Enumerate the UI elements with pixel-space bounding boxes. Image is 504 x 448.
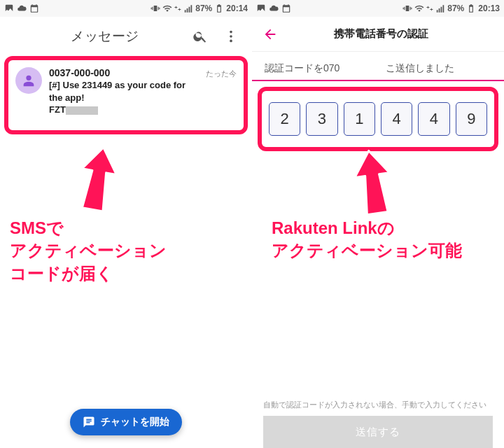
code-digit-2[interactable]: 3 [306,102,337,136]
rl-header: 携帯電話番号の認証 [252,17,504,52]
more-icon[interactable] [218,24,244,49]
svg-point-2 [230,40,232,43]
redacted-text [66,106,98,115]
verification-message: 認証コードを070 こ送信しました [252,57,504,81]
start-chat-button[interactable]: チャットを開始 [70,409,182,435]
vibrate-icon [402,4,412,13]
search-icon[interactable] [188,24,213,49]
code-digit-1[interactable]: 2 [269,102,300,136]
app-title: メッセージ [28,27,182,46]
phone-redacted [342,63,383,71]
cloud-icon [269,4,279,13]
sms-app-screen: ⁺₊ 87% 20:14 メッセージ 0037-000-000 たった今 [0,0,252,448]
code-digit-4[interactable]: 4 [381,102,412,136]
status-bar: ⁺₊ 87% 20:14 [0,0,252,17]
sms-sender: 0037-000-000 [49,67,110,78]
back-button[interactable] [258,22,283,47]
back-arrow-icon [262,27,278,42]
battery-icon [214,4,224,13]
chat-icon [83,416,95,428]
network-type: ⁺₊ [174,5,181,12]
svg-point-1 [230,35,232,38]
code-digit-6[interactable]: 9 [456,102,487,136]
rakuten-link-screen: ⁺₊ 87% 20:13 携帯電話番号の認証 認証コードを070 こ送信しました… [252,0,504,448]
battery-percent: 87% [195,4,212,13]
network-type: ⁺₊ [426,5,433,12]
code-digit-5[interactable]: 4 [418,102,449,136]
image-icon [256,4,266,13]
avatar [15,67,42,94]
cloud-icon [17,4,27,13]
image-icon [4,4,14,13]
status-bar: ⁺₊ 87% 20:13 [252,0,504,17]
signal-icon [435,4,445,13]
appbar: メッセージ [0,17,252,56]
sms-conversation-item[interactable]: 0037-000-000 たった今 [#] Use 231449 as your… [11,64,241,116]
battery-percent: 87% [447,4,464,13]
highlight-sms-box: 0037-000-000 たった今 [#] Use 231449 as your… [4,56,248,134]
vibrate-icon [150,4,160,13]
sms-preview: [#] Use 231449 as your code for the app!… [49,79,237,116]
verification-code-input[interactable]: 2 3 1 4 4 9 [269,102,487,136]
manual-input-note: 自動で認証コードが入力されない場合、手動で入力してください [263,400,493,410]
start-chat-label: チャットを開始 [101,416,169,428]
submit-button[interactable]: 送信する [263,416,493,448]
clock: 20:13 [478,4,500,13]
page-title: 携帯電話番号の認証 [283,27,479,41]
wifi-icon [162,4,172,13]
calendar-icon [281,4,291,13]
battery-icon [466,4,476,13]
highlight-code-box: 2 3 1 4 4 9 [258,87,498,151]
signal-icon [183,4,193,13]
sms-timestamp: たった今 [206,69,237,79]
svg-point-0 [230,31,232,34]
wifi-icon [414,4,424,13]
clock: 20:14 [226,4,248,13]
calendar-icon [29,4,39,13]
code-digit-3[interactable]: 1 [344,102,375,136]
